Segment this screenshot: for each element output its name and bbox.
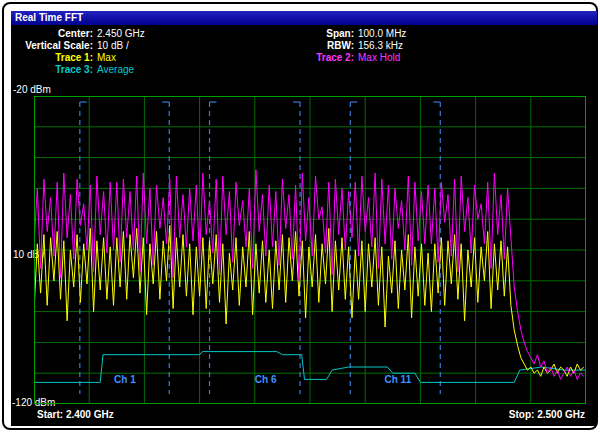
settings-panel-left: Center: 2.450 GHz Vertical Scale: 10 dB … [13, 28, 145, 76]
x-axis-start-label: Start: 2.400 GHz [37, 409, 114, 420]
rbw-value: 156.3 kHz [358, 40, 406, 52]
rbw-label: RBW: [306, 40, 354, 52]
channel-label: Ch 1 [114, 374, 136, 385]
window-title: Real Time FFT [15, 12, 83, 23]
trace-line-1 [34, 225, 584, 376]
y-axis-top-label: -20 dBm [13, 84, 51, 95]
span-label: Span: [306, 28, 354, 40]
settings-panel-right: Span: 100.0 MHz RBW: 156.3 kHz Trace 2: … [306, 28, 406, 64]
channel-label: Ch 11 [385, 374, 412, 385]
display-area: Center: 2.450 GHz Vertical Scale: 10 dB … [11, 25, 597, 426]
window-titlebar[interactable]: Real Time FFT [11, 11, 597, 25]
spectrum-plot-svg: Ch 1Ch 6Ch 11 [34, 96, 586, 404]
x-axis-stop-label: Stop: 2.500 GHz [509, 409, 585, 420]
trace1-label: Trace 1: [13, 52, 93, 64]
vertical-scale-value: 10 dB / [97, 40, 145, 52]
channel-label: Ch 6 [255, 374, 277, 385]
spectrum-plot: Ch 1Ch 6Ch 11 [34, 96, 586, 404]
window-frame: Real Time FFT Center: 2.450 GHz Vertical… [2, 2, 598, 430]
trace2-mode: Max Hold [358, 52, 406, 64]
span-value: 100.0 MHz [358, 28, 406, 40]
grid [34, 96, 586, 404]
trace3-label: Trace 3: [13, 64, 93, 76]
trace2-label: Trace 2: [306, 52, 354, 64]
trace3-mode: Average [97, 64, 145, 76]
trace1-mode: Max [97, 52, 145, 64]
center-value: 2.450 GHz [97, 28, 145, 40]
center-label: Center: [13, 28, 93, 40]
trace-line-2 [34, 170, 584, 380]
vertical-scale-label: Vertical Scale: [13, 40, 93, 52]
